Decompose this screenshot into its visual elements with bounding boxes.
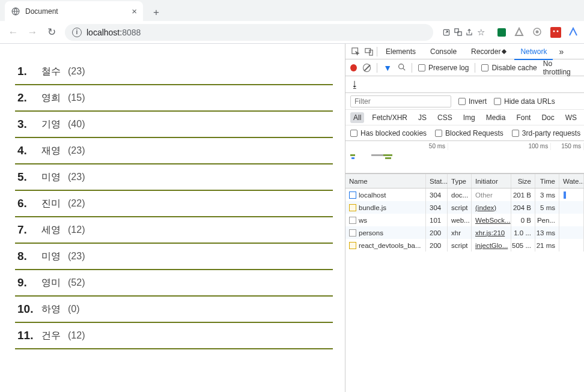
row-type: script (448, 239, 472, 252)
type-filter-fetch-xhr[interactable]: Fetch/XHR (369, 112, 410, 123)
network-row[interactable]: localhost304doc...Other201 B3 ms (345, 188, 584, 201)
ext-gray-icon[interactable] (514, 27, 525, 38)
header-name[interactable]: Name (345, 174, 426, 188)
type-filter-doc[interactable]: Doc (538, 112, 557, 123)
tab-console[interactable]: Console (424, 44, 463, 59)
network-row[interactable]: react_devtools_ba...200scriptinjectGlo..… (345, 239, 584, 252)
row-initiator[interactable]: (index) (475, 204, 496, 211)
ext-circle-icon[interactable] (532, 27, 543, 38)
more-tabs-icon[interactable]: » (555, 47, 567, 56)
address-icons: ☆ (438, 28, 489, 37)
row-waterfall (559, 201, 584, 214)
header-waterfall[interactable]: Wate... (559, 174, 584, 188)
search-icon[interactable] (398, 63, 406, 73)
list-item: 6.진미(22) (15, 191, 333, 217)
list-item: 10.하영(0) (15, 297, 333, 323)
type-filter-ws[interactable]: WS (562, 112, 580, 123)
open-new-icon[interactable] (442, 28, 451, 37)
list-number: 7. (17, 223, 34, 237)
type-filter-js[interactable]: JS (415, 112, 430, 123)
tab-network[interactable]: Network (514, 44, 553, 59)
row-initiator[interactable]: injectGlo... (475, 242, 508, 249)
tab-title: Document (25, 7, 127, 16)
row-initiator[interactable]: xhr.js:210 (475, 229, 505, 237)
row-initiator[interactable]: Other (475, 191, 493, 199)
svg-point-9 (557, 30, 559, 32)
bookmark-icon[interactable]: ☆ (476, 28, 485, 37)
invert-checkbox[interactable]: Invert (458, 97, 487, 106)
filter-toggle-icon[interactable]: ▼ (383, 63, 392, 73)
address-bar[interactable]: i localhost:8088 (65, 24, 433, 41)
tick-150: 150 ms (551, 143, 584, 150)
preserve-log-checkbox[interactable]: Preserve log (418, 64, 469, 72)
row-size: 1.0 ... (511, 226, 535, 239)
type-filter-media[interactable]: Media (483, 112, 509, 123)
file-icon (349, 191, 356, 199)
download-icon[interactable]: ⭳ (350, 79, 359, 89)
content-area: 1.철수(23)2.영희(15)3.기영(40)4.재영(23)5.미영(23)… (0, 44, 584, 392)
network-row[interactable]: bundle.js304script(index)204 B5 ms (345, 201, 584, 214)
site-info-icon[interactable]: i (72, 28, 82, 37)
row-waterfall (559, 188, 584, 201)
browser-toolbar: ← → ↻ i localhost:8088 ☆ (0, 21, 584, 43)
svg-rect-7 (550, 27, 561, 38)
list-name: 미영 (41, 250, 61, 263)
blocked-cookies-checkbox[interactable]: Has blocked cookies (350, 129, 427, 137)
new-tab-button[interactable]: + (148, 4, 165, 21)
disable-cache-checkbox[interactable]: Disable cache (481, 64, 537, 72)
reload-button[interactable]: ↻ (43, 24, 60, 41)
list-name: 미영 (41, 171, 61, 184)
close-tab-icon[interactable]: × (132, 6, 137, 16)
list-item: 2.영희(15) (15, 85, 333, 112)
network-timeline[interactable]: 50 ms 100 ms 150 ms (345, 141, 584, 173)
clear-button[interactable] (363, 64, 371, 72)
back-button[interactable]: ← (5, 24, 22, 41)
list-name: 영미 (41, 277, 61, 289)
header-type[interactable]: Type (448, 174, 472, 188)
hide-urls-checkbox[interactable]: Hide data URLs (494, 97, 555, 106)
record-button[interactable] (350, 64, 357, 71)
browser-tab[interactable]: Document × (5, 1, 143, 21)
tick-100: 100 ms (448, 143, 551, 150)
translate-icon[interactable] (453, 28, 463, 37)
device-icon[interactable] (363, 46, 374, 57)
header-time[interactable]: Time (535, 174, 559, 188)
forward-button[interactable]: → (24, 24, 41, 41)
inspect-icon[interactable] (350, 46, 361, 57)
row-status: 304 (426, 188, 448, 201)
network-row[interactable]: persons200xhrxhr.js:2101.0 ...13 ms (345, 226, 584, 239)
list-item: 4.재영(23) (15, 138, 333, 164)
network-row[interactable]: ws101web...WebSock...0 BPen... (345, 214, 584, 226)
header-initiator[interactable]: Initiator (472, 174, 511, 188)
ext-green-icon[interactable] (496, 27, 507, 38)
header-size[interactable]: Size (511, 174, 535, 188)
row-name: persons (359, 229, 383, 237)
row-type: web... (448, 214, 472, 226)
type-filter-css[interactable]: CSS (434, 112, 455, 123)
ext-red-icon[interactable] (550, 27, 561, 38)
row-initiator[interactable]: WebSock... (475, 217, 511, 224)
list-number: 11. (17, 329, 34, 342)
type-filter-img[interactable]: Img (460, 112, 478, 123)
list-number: 4. (17, 144, 34, 157)
header-status[interactable]: Stat... (426, 174, 448, 188)
throttling-select[interactable]: No throttling (543, 59, 579, 76)
row-time: Pen... (535, 214, 559, 226)
share-icon[interactable] (464, 28, 474, 37)
list-number: 3. (17, 118, 34, 131)
list-count: (23) (68, 66, 85, 77)
filter-input[interactable] (350, 95, 451, 107)
tab-elements[interactable]: Elements (380, 44, 422, 59)
type-filter-all[interactable]: All (350, 112, 364, 123)
list-number: 5. (17, 170, 34, 184)
row-status: 304 (426, 201, 448, 214)
blocked-requests-checkbox[interactable]: Blocked Requests (435, 129, 503, 137)
tab-recorder[interactable]: Recorder (465, 44, 512, 59)
ext-blue-icon[interactable] (568, 27, 579, 38)
row-time: 13 ms (535, 226, 559, 239)
third-party-checkbox[interactable]: 3rd-party requests (512, 129, 580, 137)
type-filter-font[interactable]: Font (513, 112, 534, 123)
list-item: 7.세영(12) (15, 217, 333, 244)
tabs-bar: Document × + (0, 0, 584, 21)
row-status: 200 (426, 226, 448, 239)
